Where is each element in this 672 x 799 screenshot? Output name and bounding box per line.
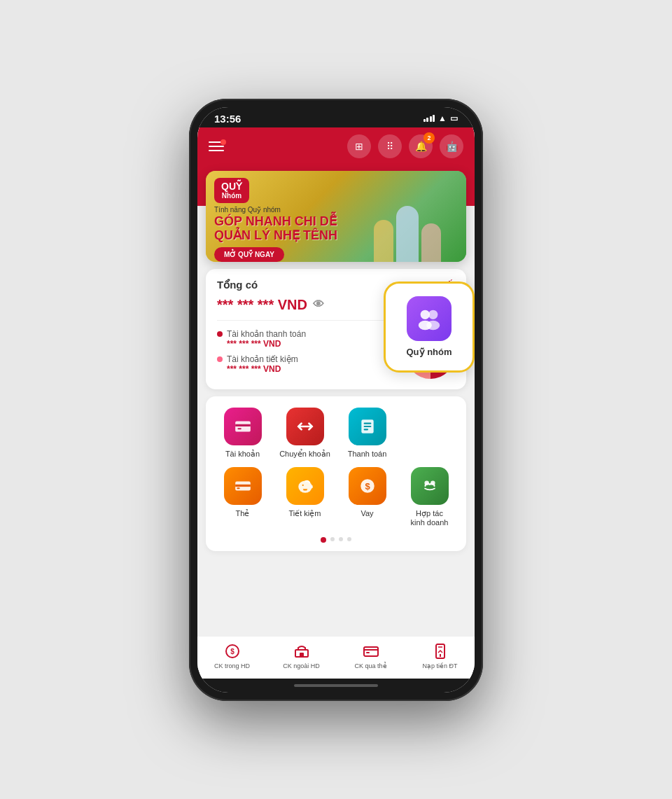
- open-fund-button[interactable]: MỞ QUỸ NGAY: [214, 247, 284, 262]
- status-icons: ▲ ▭: [424, 113, 458, 123]
- banner-title: GÓP NHANH CHI DỄ QUẢN LÝ NHẸ TÊNH: [214, 215, 337, 243]
- savings-dot: [217, 356, 223, 362]
- chuyen-khoan-label: Chuyển khoản: [279, 450, 330, 459]
- svg-point-23: [424, 480, 429, 485]
- status-bar: 13:56 ▲ ▭: [197, 107, 475, 127]
- app-content: ⊞ ⠿ 🔔 2 🤖: [197, 127, 475, 679]
- ck-ngoai-hd-label: CK ngoài HD: [283, 662, 320, 670]
- vay-label: Vay: [360, 509, 373, 518]
- tai-khoan-icon: [224, 408, 262, 445]
- svg-text:$: $: [230, 648, 234, 655]
- action-quy-nhom[interactable]: Quỹ nhóm 👥 Quỹ nhóm: [398, 408, 461, 459]
- svg-point-19: [302, 485, 303, 486]
- svg-rect-5: [235, 424, 251, 426]
- menu-button[interactable]: [209, 141, 224, 151]
- savings-account-item: Tài khoản tiết kiệm *** *** *** VND: [217, 354, 399, 374]
- svg-rect-16: [235, 485, 251, 487]
- nap-tien-dt-label: Nạp tiền ĐT: [422, 662, 457, 670]
- hop-tac-icon: [411, 467, 449, 505]
- action-chuyen-khoan[interactable]: Chuyển khoản: [274, 408, 336, 459]
- qr-code-button[interactable]: ⠿: [378, 134, 402, 158]
- ck-qua-the-label: CK qua thẻ: [354, 662, 386, 670]
- chuyen-khoan-icon: [286, 408, 324, 445]
- quick-actions: Tài khoản Chuyển khoản: [206, 396, 466, 552]
- nav-nap-tien-dt[interactable]: Nạp tiền ĐT: [405, 642, 475, 670]
- nav-ck-qua-the[interactable]: CK qua thẻ: [336, 642, 405, 670]
- toggle-balance-visibility[interactable]: 👁: [313, 298, 324, 311]
- header-top: ⊞ ⠿ 🔔 2 🤖: [209, 134, 463, 158]
- qr-scan-button[interactable]: ⊞: [347, 134, 371, 158]
- svg-text:$: $: [365, 481, 370, 492]
- ck-trong-hd-label: CK trong HD: [214, 662, 250, 670]
- nav-ck-trong-hd[interactable]: $ CK trong HD: [197, 642, 267, 670]
- menu-notification-dot: [220, 139, 226, 145]
- chat-icon: 🤖: [446, 141, 458, 152]
- savings-account-value: *** *** *** VND: [227, 364, 399, 374]
- svg-rect-31: [366, 652, 370, 653]
- phone-frame: 13:56 ▲ ▭: [189, 99, 483, 701]
- payment-account-item: Tài khoản thanh toán *** *** *** VND: [217, 329, 399, 349]
- svg-rect-20: [310, 485, 312, 488]
- actions-row-1: Tài khoản Chuyển khoản: [211, 408, 461, 459]
- quy-badge: QUỸ Nhóm: [214, 178, 249, 204]
- promotion-banner[interactable]: QUỸ Nhóm Tính năng Quỹ nhóm GÓP NHANH CH…: [206, 171, 466, 262]
- the-label: Thẻ: [236, 509, 250, 518]
- phone-screen: 13:56 ▲ ▭: [197, 107, 475, 693]
- ck-trong-hd-icon: $: [223, 642, 241, 660]
- page-dot-2: [330, 537, 335, 541]
- page-dots: [211, 530, 461, 546]
- ck-qua-the-icon: [362, 642, 380, 660]
- vay-icon: $: [349, 467, 386, 505]
- the-icon: [224, 467, 262, 505]
- header-icons: ⊞ ⠿ 🔔 2 🤖: [347, 134, 463, 158]
- svg-rect-28: [300, 653, 304, 657]
- balance-list: Tài khoản thanh toán *** *** *** VND Tài…: [217, 329, 399, 380]
- page-dot-1: [321, 537, 326, 543]
- chat-button[interactable]: 🤖: [440, 134, 463, 158]
- payment-account-value: *** *** *** VND: [227, 339, 399, 349]
- tai-khoan-label: Tài khoản: [225, 450, 260, 459]
- banner-content: QUỸ Nhóm Tính năng Quỹ nhóm GÓP NHANH CH…: [206, 171, 466, 262]
- tiet-kiem-icon: [286, 467, 324, 505]
- page-dot-4: [347, 537, 351, 541]
- payment-account-label: Tài khoản thanh toán: [217, 329, 399, 339]
- tiet-kiem-label: Tiết kiệm: [289, 509, 321, 518]
- payment-dot: [217, 331, 223, 337]
- svg-point-14: [426, 321, 440, 330]
- bottom-navigation: $ CK trong HD CK ngoài HD: [197, 636, 475, 679]
- action-hop-tac[interactable]: Hợp tác kinh doanh: [398, 467, 461, 527]
- thanh-toan-icon: [349, 408, 386, 445]
- savings-account-label: Tài khoản tiết kiệm: [217, 354, 399, 364]
- balance-title: Tổng có: [217, 279, 258, 291]
- wifi-icon: ▲: [438, 113, 447, 123]
- action-vay[interactable]: $ Vay: [336, 467, 398, 518]
- ck-ngoai-hd-icon: [293, 642, 311, 660]
- home-bar: [294, 684, 378, 687]
- status-time: 13:56: [214, 113, 241, 125]
- nap-tien-dt-icon: [431, 642, 449, 660]
- action-the[interactable]: Thẻ: [211, 467, 274, 518]
- svg-rect-17: [237, 487, 239, 489]
- svg-point-11: [421, 310, 430, 319]
- action-thanh-toan[interactable]: Thanh toán: [336, 408, 398, 459]
- svg-point-24: [430, 480, 435, 485]
- notification-badge: 2: [424, 132, 435, 144]
- home-indicator: [197, 679, 475, 693]
- action-tai-khoan[interactable]: Tài khoản: [211, 408, 274, 459]
- svg-rect-6: [237, 428, 241, 429]
- signal-icon: [424, 115, 435, 122]
- notification-button[interactable]: 🔔 2: [409, 134, 433, 158]
- banner-subtitle: Tính năng Quỹ nhóm: [214, 206, 337, 214]
- page-dot-3: [339, 537, 343, 541]
- camera-icon: ⊞: [355, 141, 363, 152]
- nav-ck-ngoai-hd[interactable]: CK ngoài HD: [267, 642, 336, 670]
- svg-rect-29: [364, 647, 378, 656]
- thanh-toan-label: Thanh toán: [348, 450, 387, 459]
- quy-nhom-highlight-box[interactable]: Quỹ nhóm: [384, 282, 475, 373]
- svg-point-12: [428, 310, 438, 319]
- balance-value: *** *** *** VND: [217, 297, 307, 313]
- actions-row-2: Thẻ Tiết kiệm: [211, 467, 461, 527]
- action-tiet-kiem[interactable]: Tiết kiệm: [274, 467, 336, 518]
- hop-tac-label: Hợp tác kinh doanh: [409, 509, 451, 527]
- quy-nhom-highlight-icon: [407, 296, 451, 341]
